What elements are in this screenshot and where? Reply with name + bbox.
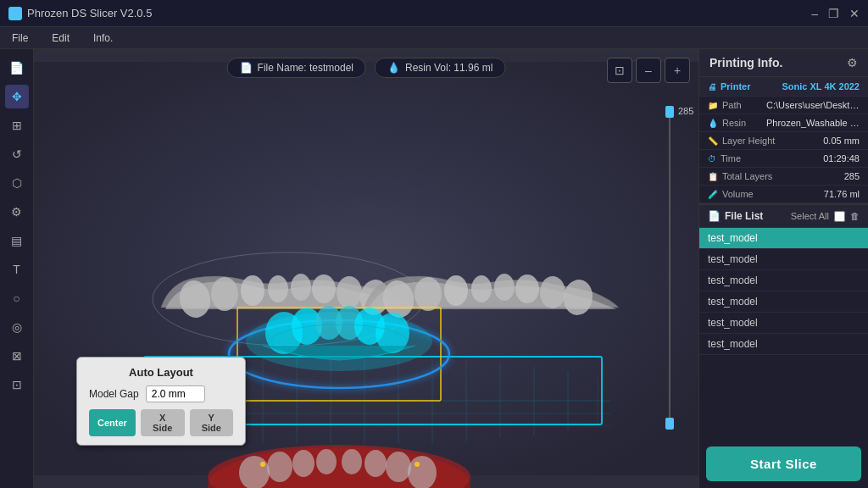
svg-point-30	[444, 275, 468, 306]
menu-info[interactable]: Info.	[88, 30, 118, 46]
printer-icon: 🖨	[708, 82, 716, 92]
left-toolbar: 📄 ✥ ⊞ ↺ ⬡ ⚙ ▤ T ○ ◎ ⊠ ⊡	[0, 49, 34, 488]
svg-point-26	[337, 276, 362, 308]
menu-bar: File Edit Info.	[0, 27, 868, 49]
svg-point-50	[292, 450, 314, 477]
resin-vol-pill: 💧 Resin Vol: 11.96 ml	[375, 58, 505, 78]
file-label: File Name: testmodel	[258, 62, 353, 74]
layer-height-key: 📏 Layer Height	[708, 136, 775, 146]
model-gap-input[interactable]	[146, 385, 205, 402]
tool-mesh[interactable]: ⊠	[5, 344, 29, 368]
volume-icon: 🧪	[708, 190, 718, 199]
svg-point-21	[211, 277, 238, 311]
svg-point-49	[267, 452, 292, 482]
auto-layout-title: Auto Layout	[89, 366, 233, 379]
tool-move[interactable]: ✥	[5, 85, 29, 108]
title-bar-controls: – ❐ ✕	[811, 7, 860, 20]
view-controls: ⊡ – +	[607, 58, 690, 83]
app-title: Phrozen DS Slicer V2.0.5	[27, 7, 152, 19]
svg-rect-59	[665, 106, 674, 118]
menu-file[interactable]: File	[7, 30, 33, 46]
select-all-checkbox[interactable]	[834, 211, 845, 222]
tool-support[interactable]: ⚙	[5, 200, 29, 224]
svg-point-54	[386, 452, 411, 482]
svg-point-53	[364, 450, 387, 477]
menu-edit[interactable]: Edit	[47, 30, 75, 46]
volume-value: 71.76 ml	[824, 189, 860, 199]
tool-hollow[interactable]: ⬡	[5, 171, 29, 195]
svg-point-29	[415, 277, 442, 311]
time-key: ⏱ Time	[708, 153, 741, 164]
tool-rotate[interactable]: ↺	[5, 142, 29, 166]
volume-row: 🧪 Volume 71.76 ml	[699, 186, 868, 203]
tool-slice-view[interactable]: ▤	[5, 229, 29, 252]
svg-point-31	[471, 275, 492, 302]
file-list-title: 📄 File List	[708, 210, 763, 222]
auto-layout-panel: Auto Layout Model Gap Center X Side Y Si…	[76, 357, 246, 446]
file-list-actions: Select All 🗑	[791, 211, 860, 222]
file-item[interactable]: test_model	[699, 228, 868, 249]
perspective-button[interactable]: ⊡	[607, 58, 632, 83]
printing-info-title: Printing Info.	[709, 56, 782, 69]
viewport: 📄 File Name: testmodel 💧 Resin Vol: 11.9…	[34, 49, 698, 488]
settings-button[interactable]: ⚙	[847, 56, 858, 69]
maximize-button[interactable]: ❐	[828, 7, 839, 20]
svg-point-32	[494, 274, 515, 301]
svg-point-33	[515, 274, 539, 303]
tool-circle[interactable]: ○	[5, 286, 29, 310]
total-layers-row: 📋 Total Layers 285	[699, 168, 868, 186]
start-slice-button[interactable]: Start Slice	[706, 446, 861, 481]
minimize-button[interactable]: –	[811, 7, 818, 20]
file-item[interactable]: test_model	[699, 334, 868, 355]
center-button[interactable]: Center	[89, 409, 136, 436]
svg-point-25	[312, 274, 336, 303]
y-side-button[interactable]: Y Side	[190, 409, 233, 436]
file-icon: 📄	[240, 62, 253, 74]
tool-text[interactable]: T	[5, 258, 29, 281]
resin-key: 💧 Resin	[708, 118, 746, 128]
tool-file[interactable]: 📄	[5, 56, 29, 80]
viewport-topbar: 📄 File Name: testmodel 💧 Resin Vol: 11.9…	[227, 58, 506, 78]
svg-rect-61	[665, 418, 674, 430]
svg-point-57	[415, 462, 420, 467]
printer-value: Sonic XL 4K 2022	[782, 81, 860, 92]
right-panel: Printing Info. ⚙ 🖨 Printer Sonic XL 4K 2…	[698, 49, 868, 488]
layer-height-value: 0.05 mm	[823, 136, 860, 146]
svg-point-51	[316, 449, 337, 474]
printer-row: 🖨 Printer Sonic XL 4K 2022	[699, 77, 868, 97]
zoom-in-button[interactable]: +	[665, 58, 690, 83]
total-layers-value: 285	[844, 171, 860, 181]
model-gap-label: Model Gap	[89, 388, 139, 400]
svg-point-24	[291, 274, 311, 301]
zoom-out-button[interactable]: –	[636, 58, 661, 83]
title-bar: Phrozen DS Slicer V2.0.5 – ❐ ✕	[0, 0, 868, 27]
close-button[interactable]: ✕	[849, 7, 860, 20]
printer-key: 🖨 Printer	[708, 81, 750, 92]
folder-icon: 📁	[708, 101, 718, 110]
file-list: test_model test_model test_model test_mo…	[699, 228, 868, 440]
file-item[interactable]: test_model	[699, 313, 868, 334]
title-bar-left: Phrozen DS Slicer V2.0.5	[8, 7, 152, 20]
resin-icon: 💧	[708, 119, 718, 128]
tool-ring[interactable]: ◎	[5, 315, 29, 339]
file-name-pill: 📄 File Name: testmodel	[227, 58, 366, 78]
path-key: 📁 Path	[708, 100, 742, 110]
file-item[interactable]: test_model	[699, 291, 868, 313]
layer-height-row: 📏 Layer Height 0.05 mm	[699, 132, 868, 150]
resin-row: 💧 Resin Phrozen_Washable Dental	[699, 114, 868, 132]
layout-buttons: Center X Side Y Side	[89, 409, 233, 436]
x-side-button[interactable]: X Side	[141, 409, 185, 436]
time-row: ⏱ Time 01:29:48	[699, 150, 868, 168]
svg-point-56	[260, 462, 265, 467]
svg-point-22	[241, 275, 264, 306]
main-layout: 📄 ✥ ⊞ ↺ ⬡ ⚙ ▤ T ○ ◎ ⊠ ⊡ 📄 File Name: tes…	[0, 49, 868, 488]
file-list-icon: 📄	[708, 210, 721, 222]
file-list-header: 📄 File List Select All 🗑	[699, 203, 868, 228]
layers-icon: 📋	[708, 172, 718, 181]
tool-auto-layout[interactable]: ⊡	[5, 373, 29, 396]
file-item[interactable]: test_model	[699, 270, 868, 291]
path-row: 📁 Path C:\Users\user\Desktop	[699, 97, 868, 114]
file-item[interactable]: test_model	[699, 249, 868, 270]
tool-scale[interactable]: ⊞	[5, 114, 29, 137]
delete-icon[interactable]: 🗑	[850, 211, 860, 221]
